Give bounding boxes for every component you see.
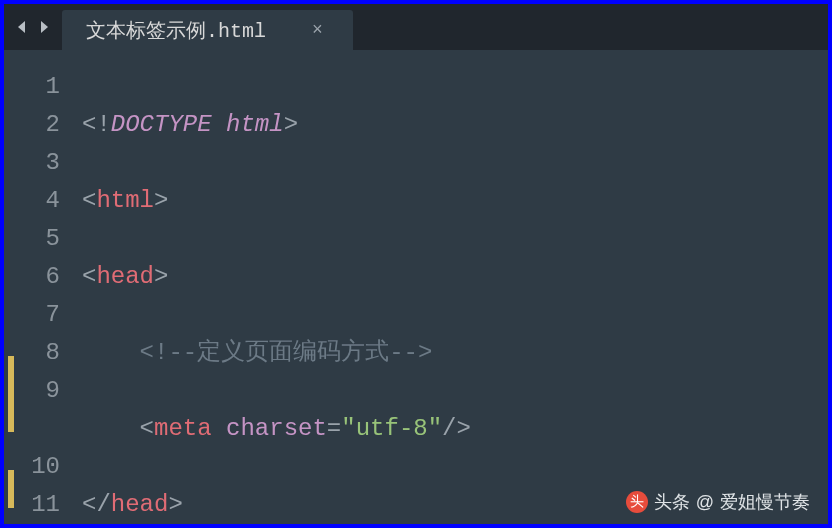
line-highlight-9 (8, 356, 14, 432)
code-line: <meta charset="utf-8"/> (82, 410, 828, 448)
line-gutter: 1 2 3 4 5 6 7 8 9 10 11 (4, 68, 82, 528)
line-number: 3 (4, 144, 60, 182)
code-line: <!DOCTYPE html> (82, 106, 828, 144)
code-line: <html> (82, 182, 828, 220)
nav-forward-icon[interactable] (36, 19, 52, 35)
close-icon[interactable]: × (312, 20, 323, 40)
tab-file[interactable]: 文本标签示例.html × (62, 10, 353, 50)
code-area[interactable]: 1 2 3 4 5 6 7 8 9 10 11 <!DOCTYPE html> … (4, 50, 828, 528)
line-number: 7 (4, 296, 60, 334)
line-highlight-11 (8, 470, 14, 508)
watermark-brand: 头条 (654, 490, 690, 514)
line-number: 4 (4, 182, 60, 220)
code-editor: 文本标签示例.html × 1 2 3 4 5 6 7 8 9 10 11 <!… (4, 4, 828, 524)
code-line: <head> (82, 258, 828, 296)
line-number: 1 (4, 68, 60, 106)
tab-title: 文本标签示例.html (86, 17, 266, 44)
nav-buttons (4, 4, 62, 50)
line-number: 2 (4, 106, 60, 144)
line-number: 6 (4, 258, 60, 296)
code-lines: <!DOCTYPE html> <html> <head> <!--定义页面编码… (82, 68, 828, 528)
toutiao-logo-icon: 头 (626, 491, 648, 513)
nav-back-icon[interactable] (14, 19, 30, 35)
watermark: 头 头条 @爱姐慢节奏 (626, 490, 810, 514)
watermark-author: 爱姐慢节奏 (720, 490, 810, 514)
titlebar: 文本标签示例.html × (4, 4, 828, 50)
line-number: 5 (4, 220, 60, 258)
watermark-at: @ (696, 492, 714, 513)
code-line: <!--定义页面编码方式--> (82, 334, 828, 372)
